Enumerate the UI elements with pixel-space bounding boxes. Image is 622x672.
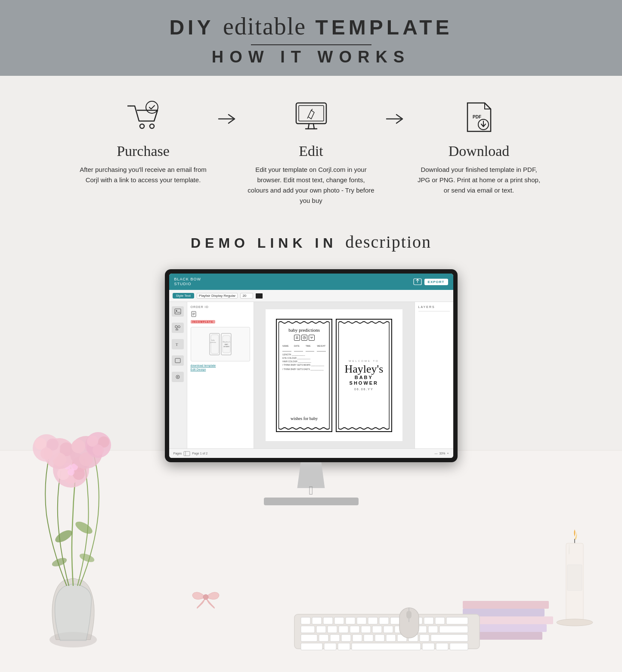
svg-rect-121 [406,611,412,619]
screen-right-panel: LAYERS [415,302,453,448]
svg-rect-115 [352,643,421,650]
card-icon-2 [301,335,307,341]
svg-rect-74 [312,617,322,624]
step-download-desc: Download your finished template in PDF, … [415,165,544,196]
images-icon [174,308,181,314]
sidebar-shapes-icon[interactable] [172,323,184,333]
font-select[interactable]: Playfair Display Regular [197,293,238,299]
zoom-level: 33% [439,452,445,455]
baby-icon [295,336,299,339]
bow-group [186,582,225,614]
header-template: TEMPLATE [316,16,453,39]
page-label: Pages [173,452,182,455]
text-icon: T [174,341,181,347]
arrow-1 [217,97,238,171]
download-link[interactable]: download template [191,364,250,367]
svg-rect-103 [341,635,351,641]
monitor-base [264,498,359,505]
svg-rect-99 [439,626,468,633]
eye-color-label: EYE COLOUR ___________ [282,357,326,359]
svg-rect-110 [420,635,429,641]
export-button[interactable]: EXPORT [424,279,448,285]
zoom-minus[interactable]: — [434,452,437,455]
svg-point-16 [57,468,69,480]
hair-color-label: HAIR COLOUR ___________ [282,360,326,363]
svg-rect-116 [422,643,434,650]
svg-rect-77 [346,617,355,624]
svg-rect-88 [316,626,326,633]
svg-text:PDF: PDF [473,115,481,119]
sidebar-text-icon[interactable]: T [172,339,184,349]
color-picker[interactable] [256,293,263,299]
svg-rect-98 [428,626,438,633]
svg-rect-85 [435,617,445,624]
header-subtitle: HOW IT WORKS [9,48,613,66]
svg-rect-87 [301,626,315,633]
demo-section: DEMO LINK IN description [0,223,622,252]
svg-point-20 [68,469,74,476]
svg-rect-44 [175,326,177,328]
step-edit-label: Edit [247,143,376,159]
share-icon [413,278,422,285]
screen-left-panel: ORDER ID INCOMPLETE [187,302,254,448]
svg-point-40 [78,552,95,564]
svg-point-26 [71,439,85,453]
svg-point-49 [177,376,179,378]
step-edit-desc: Edit your template on Corjl.com in your … [247,165,376,206]
elements-icon [174,374,181,380]
style-text-btn[interactable]: Style Text [173,293,195,299]
clock-icon [303,336,306,339]
sidebar-background-icon[interactable] [172,355,184,366]
svg-line-7 [307,117,308,118]
svg-rect-111 [431,635,468,641]
zoom-plus[interactable]: + [447,452,449,455]
svg-rect-92 [361,626,371,633]
page-nav-icon[interactable] [183,451,190,456]
thumb-svg: baby predictions Hayley's BABY SHOWER [207,331,233,357]
background-icon [174,358,181,364]
svg-rect-94 [384,626,393,633]
i-think-label: I THINK BABY GETS MUM'S ___________ [282,364,326,366]
card-icons-row [294,335,315,341]
keyboard-group [292,608,482,657]
pdf-icon: PDF [460,100,498,134]
step-download: PDF Download Download your finished temp… [406,97,552,196]
length-label: LENGTH ___________ [282,353,326,356]
welcome-shower-text: SHOWER [350,380,379,386]
screen-toolbar: Style Text Playfair Display Regular 20 [169,290,453,302]
step-purchase-desc: After purchasing you'll receive an email… [79,165,208,185]
svg-rect-90 [339,626,348,633]
candle-svg [551,526,598,634]
keyboard-svg [292,608,482,655]
welcome-to-text: WELCOME TO [349,360,379,362]
brand-logo: BLACK BOW studio [174,277,201,287]
svg-rect-86 [446,617,468,624]
svg-rect-118 [450,643,468,650]
edit-design-link[interactable]: Edit Design [191,368,250,371]
order-label: ORDER ID [191,305,250,308]
sidebar-images-icon[interactable] [172,306,184,317]
svg-rect-89 [328,626,337,633]
i-think2-label: I THINK BABY GETS DAD'S ___________ [282,368,326,370]
svg-text:SHOWER: SHOWER [223,346,229,348]
svg-rect-76 [334,617,344,624]
svg-rect-117 [436,643,448,650]
font-size-select[interactable]: 20 [240,293,253,299]
svg-point-61 [296,336,298,338]
svg-point-32 [40,448,53,460]
svg-point-2 [146,101,158,113]
demo-title: DEMO LINK IN description [9,232,613,252]
svg-point-70 [557,619,593,626]
demo-title-plain: DEMO LINK IN [191,235,337,251]
welcome-name-text: Hayley's [344,364,383,375]
svg-rect-75 [323,617,333,624]
svg-rect-101 [319,635,328,641]
step-download-label: Download [415,143,544,159]
purchase-icon-container [122,97,165,136]
svg-rect-91 [350,626,359,633]
step-purchase: Purchase After purchasing you'll receive… [70,97,217,185]
monitor-container: BLACK BOW studio EXPORT Style Text Playf… [165,269,458,505]
sidebar-elements-icon[interactable] [172,372,184,382]
header-title: DIY editable TEMPLATE [9,12,613,41]
svg-point-0 [140,124,144,128]
